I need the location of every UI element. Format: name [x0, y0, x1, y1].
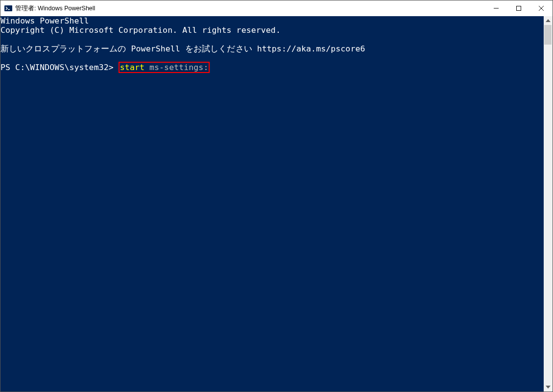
svg-rect-0 — [4, 5, 12, 11]
scroll-up-arrow-icon[interactable] — [544, 16, 553, 25]
client-area: Windows PowerShell Copyright (C) Microso… — [0, 16, 553, 392]
terminal-output[interactable]: Windows PowerShell Copyright (C) Microso… — [0, 16, 544, 392]
vertical-scrollbar[interactable] — [544, 16, 553, 392]
scroll-down-arrow-icon[interactable] — [544, 383, 553, 392]
svg-rect-2 — [517, 6, 521, 11]
powershell-window: 管理者: Windows PowerShell Windows PowerShe… — [0, 0, 553, 392]
output-line: Windows PowerShell — [0, 16, 89, 25]
minimize-button[interactable] — [485, 0, 507, 16]
window-title: 管理者: Windows PowerShell — [15, 4, 485, 13]
scroll-thumb[interactable] — [544, 25, 552, 45]
command-argument: ms-settings: — [144, 63, 208, 72]
prompt: PS C:\WINDOWS\system32> — [0, 63, 119, 72]
titlebar[interactable]: 管理者: Windows PowerShell — [0, 0, 553, 16]
maximize-button[interactable] — [507, 0, 530, 16]
output-line: 新しいクロスプラットフォームの PowerShell をお試しください http… — [0, 44, 365, 53]
window-controls — [485, 0, 553, 16]
command-keyword: start — [120, 63, 144, 72]
output-line: Copyright (C) Microsoft Corporation. All… — [0, 25, 281, 35]
powershell-icon — [4, 4, 12, 12]
close-button[interactable] — [530, 0, 553, 16]
highlight-annotation: start ms-settings: — [119, 62, 210, 73]
